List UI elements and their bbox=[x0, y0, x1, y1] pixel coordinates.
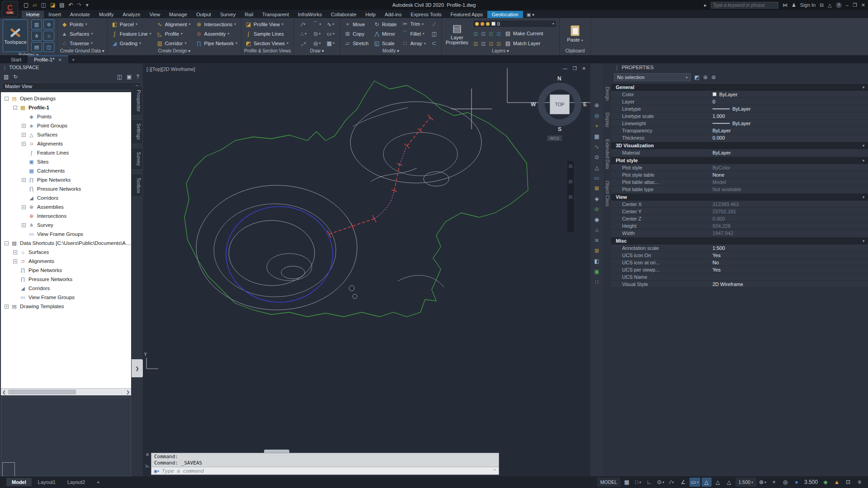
layer-properties-button[interactable]: ▤ Layer Properties bbox=[444, 19, 470, 48]
ribbon-button-profile-view[interactable]: ◪Profile View▾ bbox=[244, 21, 289, 28]
properties-tab-extended-data[interactable]: Extended Data bbox=[605, 139, 610, 169]
search-expand-icon[interactable]: ▸ bbox=[704, 2, 707, 8]
tree-item-corridors[interactable]: ◢ Corridors bbox=[1, 193, 131, 202]
ribbon-button-intersections[interactable]: ⊕Intersections▾ bbox=[195, 21, 238, 28]
layer-lock-button-icon[interactable]: ◫ bbox=[496, 31, 502, 36]
tree-item-view-frame-groups[interactable]: ▭ View Frame Groups bbox=[1, 293, 131, 302]
docked-tool-icon[interactable]: ⊘ bbox=[594, 206, 599, 212]
geolocation-status-icon[interactable]: ● bbox=[792, 478, 802, 487]
layer-on-all-icon[interactable]: ◫ bbox=[488, 41, 494, 46]
ribbon-tab-geolocation[interactable]: Geolocation bbox=[487, 11, 523, 18]
docked-tool-icon[interactable]: ◈ bbox=[594, 196, 599, 202]
docked-tool-icon[interactable]: ≋ bbox=[594, 237, 599, 244]
ribbon-button-sample-lines[interactable]: ∫Sample Lines bbox=[244, 31, 289, 37]
property-row[interactable]: Center Y 23702.181 bbox=[611, 208, 868, 215]
layout-tab-layout2[interactable]: Layout2 bbox=[62, 478, 90, 486]
viewport-controls-label[interactable]: [-][Top][2D Wireframe] bbox=[146, 66, 195, 72]
ribbon-button-trim[interactable]: ✂Trim▾ bbox=[401, 21, 427, 27]
layer-off-icon[interactable]: ◫ bbox=[488, 31, 494, 36]
tree-item-corridors[interactable]: ◢ Corridors bbox=[1, 284, 131, 293]
ribbon-tab-featured-apps[interactable]: Featured Apps bbox=[446, 11, 487, 18]
properties-tab-display[interactable]: Display bbox=[605, 113, 610, 127]
tree-item-survey[interactable]: + ⋔ Survey bbox=[1, 221, 131, 230]
draw-tool-icon[interactable]: ⊙▾ bbox=[310, 29, 324, 38]
property-row[interactable]: UCS icon On Yes bbox=[611, 252, 868, 259]
property-row[interactable]: UCS Name bbox=[611, 273, 868, 281]
clean-screen-icon[interactable]: ⊡ bbox=[843, 478, 853, 487]
customization-icon[interactable]: ≡ bbox=[854, 478, 864, 487]
ribbon-button-icon[interactable]: ⊂ bbox=[430, 40, 439, 47]
command-customize-icon[interactable]: ⋋ bbox=[145, 463, 150, 469]
toolspace-button[interactable]: Toolspace bbox=[3, 19, 28, 52]
tree-expander-icon[interactable]: + bbox=[13, 250, 17, 254]
drawing-viewport[interactable]: [-][Top][2D Wireframe] —❐✕ bbox=[143, 63, 590, 476]
ribbon-button-grading[interactable]: ◢Grading▾ bbox=[110, 40, 152, 47]
ribbon-tab-insert[interactable]: Insert bbox=[44, 11, 66, 18]
annotation-scale-button[interactable]: 1:500▾ bbox=[736, 478, 756, 487]
tree-item-profile-1[interactable]: - ▤ Profile-1 bbox=[1, 103, 131, 112]
ribbon-button-pipe-network[interactable]: ∏Pipe Network▾ bbox=[195, 40, 238, 47]
wcs-menu[interactable]: WCS bbox=[547, 136, 562, 141]
tree-expander-icon[interactable]: + bbox=[22, 205, 26, 209]
palette-mini-button-5[interactable]: ◫ bbox=[43, 42, 54, 52]
ribbon-button-profile[interactable]: ◺Profile▾ bbox=[156, 31, 192, 37]
tree-expander-icon[interactable]: + bbox=[22, 133, 26, 137]
toolspace-tab-prospector[interactable]: Prospector bbox=[132, 86, 143, 116]
panel-label-clipboard[interactable]: Clipboard bbox=[560, 48, 590, 55]
property-row[interactable]: Plot table type Not available bbox=[611, 186, 868, 193]
section-header-3d-visualization[interactable]: 3D Visualization▾ bbox=[611, 141, 868, 149]
toolspace-tab-toolbox[interactable]: Toolbox bbox=[132, 174, 143, 197]
property-row[interactable]: Lineweight ByLayer bbox=[611, 120, 868, 127]
tree-item-feature-lines[interactable]: ʃ Feature Lines bbox=[1, 148, 131, 157]
tree-item-alignments[interactable]: + ⊃ Alignments bbox=[1, 139, 131, 148]
docked-tool-icon[interactable]: ◧ bbox=[594, 258, 599, 264]
toolspace-tab-survey[interactable]: Survey bbox=[132, 148, 143, 170]
ribbon-tab-help[interactable]: Help bbox=[361, 11, 380, 18]
tree-item-pressure-networks[interactable]: ∏ Pressure Networks bbox=[1, 184, 131, 193]
ribbon-button-points[interactable]: ◆Points▾ bbox=[60, 21, 94, 28]
ribbon-tab-output[interactable]: Output bbox=[192, 11, 216, 18]
docked-tool-icon[interactable]: ◉ bbox=[594, 216, 599, 223]
ribbon-tab-home[interactable]: Home bbox=[22, 11, 44, 18]
command-prompt-icon[interactable]: ▣▾ bbox=[154, 469, 160, 474]
save-as-icon[interactable]: ◪ bbox=[50, 2, 55, 8]
docked-tool-icon[interactable]: ▦ bbox=[594, 133, 599, 140]
ribbon-button-icon[interactable]: ∕ bbox=[430, 21, 439, 28]
grid-display-icon[interactable]: ▦ bbox=[622, 478, 632, 487]
scroll-right-icon[interactable]: ❯ bbox=[125, 390, 131, 394]
docked-tool-icon[interactable]: + bbox=[595, 123, 598, 129]
search-icon[interactable]: ⋈ bbox=[783, 2, 788, 8]
property-row[interactable]: Height 934.228 bbox=[611, 222, 868, 230]
draw-tool-icon[interactable]: ∿▾ bbox=[324, 20, 337, 29]
toolspace-toolbar-icon-0[interactable]: ▨ bbox=[4, 74, 9, 80]
ribbon-tab-infraworks[interactable]: InfraWorks bbox=[293, 11, 326, 18]
layer-freeze-icon[interactable]: ◫ bbox=[481, 31, 486, 36]
ribbon-tab-rail[interactable]: Rail bbox=[240, 11, 258, 18]
viewport-restore-icon[interactable]: ❐ bbox=[573, 66, 577, 71]
viewcube-west[interactable]: W bbox=[531, 101, 536, 108]
ribbon-button-feature-line[interactable]: ʃFeature Line▾ bbox=[110, 31, 152, 37]
tree-item-open-drawings[interactable]: - ▤ Open Drawings bbox=[1, 94, 131, 103]
toolspace-toolbar-icon-1[interactable]: ↻ bbox=[13, 74, 18, 80]
property-row[interactable]: Linetype scale 1.000 bbox=[611, 113, 868, 120]
section-header-general[interactable]: General▾ bbox=[611, 83, 868, 91]
palette-mini-button-4[interactable]: ▤ bbox=[31, 42, 42, 52]
ortho-mode-icon[interactable]: ∟ bbox=[644, 478, 654, 487]
tree-expander-icon[interactable]: + bbox=[22, 178, 26, 182]
draw-tool-icon[interactable]: ⌒▾ bbox=[310, 20, 324, 29]
ribbon-button-parcel[interactable]: ◧Parcel▾ bbox=[110, 21, 152, 28]
command-window-grip[interactable] bbox=[264, 450, 289, 453]
tree-expander-icon[interactable]: - bbox=[13, 106, 17, 110]
quick-select-icon[interactable]: ◩ bbox=[694, 74, 699, 80]
panel-label[interactable]: Create Ground Data ▾ bbox=[57, 48, 107, 55]
new-drawing-icon[interactable]: ▢ bbox=[24, 2, 28, 8]
section-header-misc[interactable]: Misc▾ bbox=[611, 237, 868, 244]
ribbon-tab-analyze[interactable]: Analyze bbox=[118, 11, 145, 18]
isodraft-icon[interactable]: ∠ bbox=[678, 478, 688, 487]
panel-label[interactable]: Profile & Section Views bbox=[241, 48, 293, 55]
property-row[interactable]: Linetype ByLayer bbox=[611, 105, 868, 113]
docked-tool-icon[interactable]: ⊠ bbox=[594, 185, 599, 192]
model-space-toggle[interactable]: MODEL bbox=[597, 478, 620, 487]
paste-button[interactable]: Paste ▾ bbox=[562, 19, 588, 48]
properties-tab-object-class[interactable]: Object Class bbox=[605, 181, 610, 206]
